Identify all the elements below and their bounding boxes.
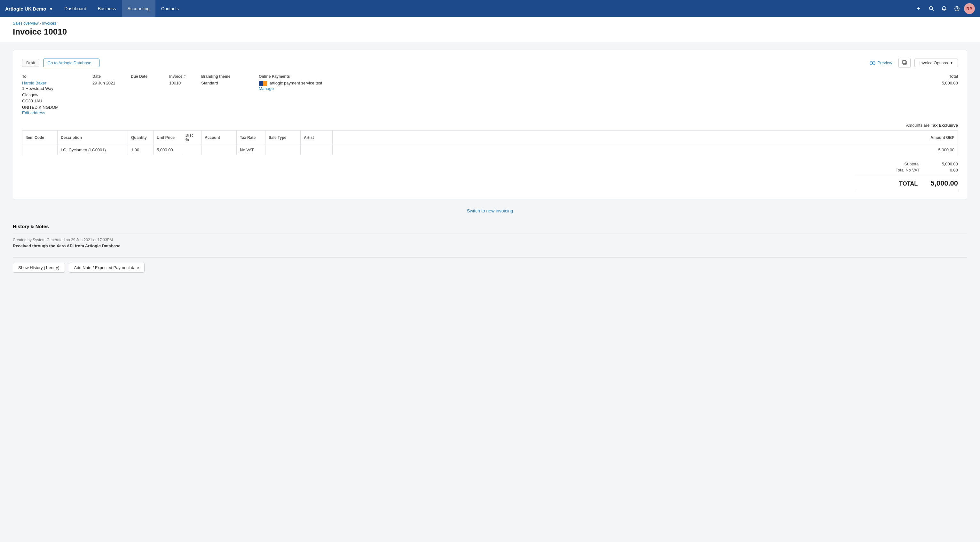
switch-invoicing-link[interactable]: Switch to new invoicing	[467, 208, 513, 214]
online-payments-header: Online Payments	[259, 74, 942, 79]
invoice-meta: To Harold Baker 1 Howstead Way Glasgow G…	[22, 74, 958, 115]
copy-icon	[902, 60, 907, 65]
page-title: Invoice 10010	[13, 27, 967, 37]
subtotal-value: 5,000.00	[932, 162, 958, 166]
totals-divider	[856, 175, 958, 176]
brand-name: Artlogic UK Demo	[5, 6, 46, 11]
nav-right: + ? RB	[913, 3, 975, 14]
user-avatar[interactable]: RB	[964, 3, 975, 14]
search-button[interactable]	[926, 3, 937, 14]
manage-payment-link[interactable]: Manage	[259, 86, 274, 91]
add-note-button[interactable]: Add Note / Expected Payment date	[69, 263, 145, 273]
cell-unit-price: 5,000.00	[154, 145, 182, 155]
invoice-num-header: Invoice #	[169, 74, 201, 79]
edit-address-link[interactable]: Edit address	[22, 110, 45, 115]
preview-button[interactable]: Preview	[867, 59, 895, 67]
table-row: LG, Cyclamen (LG0001) 1.00 5,000.00 No V…	[22, 145, 958, 155]
date-header: Date	[92, 74, 131, 79]
nav-business[interactable]: Business	[92, 0, 122, 17]
tax-exclusive-label: Amounts are	[906, 123, 930, 128]
preview-label: Preview	[877, 61, 892, 65]
table-header-row: Item Code Description Quantity Unit Pric…	[22, 131, 958, 145]
col-amount-gbp: Amount GBP	[332, 131, 958, 145]
meta-to: To Harold Baker 1 Howstead Way Glasgow G…	[22, 74, 92, 115]
meta-due-date: Due Date	[131, 74, 169, 81]
main-content: Draft Go to Artlogic Database ⬝ Preview …	[0, 42, 980, 280]
options-caret: ▼	[950, 61, 953, 65]
nav-contacts[interactable]: Contacts	[156, 0, 185, 17]
meta-branding: Branding theme Standard	[201, 74, 259, 85]
cell-description: LG, Cyclamen (LG0001)	[57, 145, 128, 155]
customer-info: Harold Baker 1 Howstead Way Glasgow GC33…	[22, 81, 92, 115]
customer-name[interactable]: Harold Baker	[22, 81, 46, 85]
nav-dashboard[interactable]: Dashboard	[59, 0, 92, 17]
payment-info: artlogic payment service test Manage	[259, 81, 942, 91]
tax-exclusive-row: Amounts are Tax Exclusive	[22, 123, 958, 128]
total-header: Total	[942, 74, 958, 79]
brand-caret: ▼	[49, 6, 53, 11]
tax-exclusive-value: Tax Exclusive	[931, 123, 958, 128]
col-description: Description	[57, 131, 128, 145]
meta-total: Total 5,000.00	[942, 74, 958, 85]
svg-rect-7	[903, 61, 906, 64]
grand-total-divider	[856, 191, 958, 191]
svg-text:?: ?	[956, 7, 958, 11]
svg-line-1	[932, 10, 934, 11]
cell-amount-gbp: 5,000.00	[332, 145, 958, 155]
external-link-icon: ⬝	[93, 61, 95, 65]
history-meta: Created by System Generated on 29 Jun 20…	[13, 238, 967, 242]
goto-label: Go to Artlogic Database	[47, 61, 91, 65]
col-unit-price: Unit Price	[154, 131, 182, 145]
options-label: Invoice Options	[919, 61, 948, 65]
totals-section: Subtotal 5,000.00 Total No VAT 0.00 TOTA…	[22, 162, 958, 191]
address-line1: 1 Howstead Way	[22, 85, 92, 92]
no-vat-value: 0.00	[932, 167, 958, 172]
address-line2: Glasgow	[22, 92, 92, 98]
cell-quantity: 1.00	[128, 145, 154, 155]
invoice-total: 5,000.00	[942, 81, 958, 85]
invoice-options-button[interactable]: Invoice Options ▼	[915, 59, 958, 67]
cell-tax-rate: No VAT	[237, 145, 266, 155]
invoice-toolbar: Draft Go to Artlogic Database ⬝ Preview …	[22, 58, 958, 68]
goto-artlogic-button[interactable]: Go to Artlogic Database ⬝	[43, 59, 99, 67]
grand-total-row: TOTAL 5,000.00	[856, 179, 958, 188]
add-button[interactable]: +	[913, 3, 924, 14]
page-header: Sales overview › Invoices › Invoice 1001…	[0, 17, 980, 42]
col-tax-rate: Tax Rate	[237, 131, 266, 145]
svg-point-5	[872, 62, 873, 64]
subtotal-row: Subtotal 5,000.00	[856, 162, 958, 166]
meta-invoice-num: Invoice # 10010	[169, 74, 201, 85]
no-vat-label: Total No VAT	[856, 167, 920, 172]
nav-links: Dashboard Business Accounting Contacts	[59, 0, 913, 17]
nav-accounting[interactable]: Accounting	[122, 0, 156, 17]
invoice-number: 10010	[169, 81, 201, 85]
notifications-button[interactable]	[939, 3, 950, 14]
help-button[interactable]: ?	[951, 3, 963, 14]
invoice-card: Draft Go to Artlogic Database ⬝ Preview …	[13, 50, 967, 199]
grand-total-label: TOTAL	[856, 180, 918, 187]
cell-item-code	[22, 145, 57, 155]
cell-sale-type	[266, 145, 301, 155]
history-title: History & Notes	[13, 224, 967, 229]
payment-service: artlogic payment service test	[270, 81, 322, 85]
col-artist: Artist	[301, 131, 332, 145]
breadcrumb-sales-overview[interactable]: Sales overview	[13, 21, 39, 26]
meta-date: Date 29 Jun 2021	[92, 74, 131, 85]
address-line3: GC33 1AU	[22, 98, 92, 104]
brand[interactable]: Artlogic UK Demo ▼	[5, 6, 59, 11]
meta-online-payments: Online Payments artlogic payment service…	[259, 74, 942, 91]
col-quantity: Quantity	[128, 131, 154, 145]
subtotal-label: Subtotal	[856, 162, 920, 166]
breadcrumb-invoices[interactable]: Invoices	[42, 21, 56, 26]
no-vat-row: Total No VAT 0.00	[856, 167, 958, 172]
cell-account	[202, 145, 237, 155]
show-history-button[interactable]: Show History (1 entry)	[13, 263, 65, 273]
history-actions: Show History (1 entry) Add Note / Expect…	[13, 257, 967, 273]
copy-button[interactable]	[899, 58, 911, 68]
invoice-date: 29 Jun 2021	[92, 81, 131, 85]
history-text: Received through the Xero API from Artlo…	[13, 244, 967, 248]
history-entry: Created by System Generated on 29 Jun 20…	[13, 234, 967, 252]
switch-invoicing-section: Switch to new invoicing	[13, 199, 967, 218]
col-disc: Disc %	[182, 131, 202, 145]
address-line4: UNITED KINGDOM	[22, 104, 92, 111]
